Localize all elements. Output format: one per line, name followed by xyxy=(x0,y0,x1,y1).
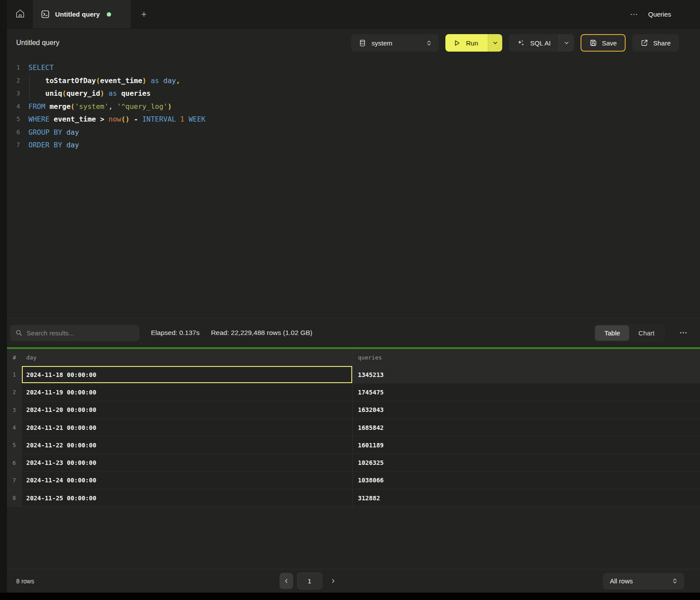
results-more-icon[interactable] xyxy=(676,328,690,337)
row-index-cell[interactable]: 6 xyxy=(7,454,22,471)
sql-editor[interactable]: 1SELECT2 toStartOfDay(event_time) as day… xyxy=(7,57,700,318)
chevron-down-icon xyxy=(564,40,570,46)
run-button[interactable]: Run xyxy=(445,34,488,52)
table-row[interactable]: 52024-11-22 00:00:001601189 xyxy=(7,436,700,454)
row-index-cell[interactable]: 7 xyxy=(7,472,22,489)
row-index-cell[interactable]: 5 xyxy=(7,436,22,453)
chevron-up-down-icon xyxy=(426,40,432,46)
window-left-rail xyxy=(0,0,7,593)
query-title: Untitled query xyxy=(16,39,60,47)
code-line[interactable]: 2 toStartOfDay(event_time) as day, xyxy=(7,74,700,87)
home-icon xyxy=(15,9,25,20)
day-cell[interactable]: 2024-11-23 00:00:00 xyxy=(22,454,353,471)
queries-cell[interactable]: 1038066 xyxy=(353,472,700,489)
database-select[interactable]: system xyxy=(351,34,439,52)
day-cell[interactable]: 2024-11-25 00:00:00 xyxy=(22,489,353,506)
sql-ai-options-button[interactable] xyxy=(559,34,574,52)
code-line[interactable]: 1SELECT xyxy=(7,61,700,74)
page-size-value: All rows xyxy=(610,577,672,585)
next-page-button[interactable] xyxy=(326,573,340,589)
code-text: GROUP BY day xyxy=(20,126,79,139)
save-button[interactable]: Save xyxy=(581,34,626,52)
database-select-value: system xyxy=(371,39,420,47)
tab-label: Untitled query xyxy=(55,10,100,18)
queries-cell[interactable]: 1632043 xyxy=(353,401,700,419)
table-body: 12024-11-18 00:00:00134521322024-11-19 0… xyxy=(7,366,700,507)
code-text: FROM merge('system', '^query_log') xyxy=(20,100,172,113)
new-tab-button[interactable]: + xyxy=(131,0,157,28)
code-line[interactable]: 5WHERE event_time > now() - INTERVAL 1 W… xyxy=(7,113,700,126)
queries-cell[interactable]: 1345213 xyxy=(353,366,700,383)
queries-cell[interactable]: 1026325 xyxy=(353,454,700,471)
column-header-day[interactable]: day xyxy=(22,349,353,366)
code-line[interactable]: 6GROUP BY day xyxy=(7,126,700,139)
home-button[interactable] xyxy=(7,0,33,28)
results-table: # day queries 12024-11-18 00:00:00134521… xyxy=(7,349,700,507)
code-text: SELECT xyxy=(20,61,54,74)
results-search-input[interactable] xyxy=(27,329,134,337)
row-index-cell[interactable]: 8 xyxy=(7,489,22,506)
queries-cell[interactable]: 312882 xyxy=(353,489,700,506)
share-icon xyxy=(640,39,648,47)
day-cell[interactable]: 2024-11-20 00:00:00 xyxy=(22,401,353,419)
day-cell[interactable]: 2024-11-21 00:00:00 xyxy=(22,419,353,436)
code-line[interactable]: 7ORDER BY day xyxy=(7,139,700,152)
table-row[interactable]: 42024-11-21 00:00:001685842 xyxy=(7,419,700,436)
sparkles-icon xyxy=(517,39,525,47)
sql-ai-button[interactable]: SQL AI xyxy=(509,34,559,52)
table-row[interactable]: 72024-11-24 00:00:001038066 xyxy=(7,472,700,489)
page-size-select[interactable]: All rows xyxy=(603,573,684,590)
queries-cell[interactable]: 1745475 xyxy=(353,384,700,401)
day-cell[interactable]: 2024-11-24 00:00:00 xyxy=(22,472,353,489)
line-number: 5 xyxy=(7,113,20,126)
row-index-cell[interactable]: 4 xyxy=(7,419,22,436)
current-page-button[interactable]: 1 xyxy=(297,572,322,590)
play-icon xyxy=(453,39,461,47)
tab-table[interactable]: Table xyxy=(595,325,629,341)
query-tab[interactable]: Untitled query xyxy=(33,0,131,28)
pagination: 1 xyxy=(112,572,507,590)
share-button[interactable]: Share xyxy=(632,34,679,52)
prev-page-button[interactable] xyxy=(280,573,293,589)
share-label: Share xyxy=(653,39,671,47)
day-cell[interactable]: 2024-11-22 00:00:00 xyxy=(22,436,353,453)
column-header-index: # xyxy=(7,349,22,366)
row-index-cell[interactable]: 1 xyxy=(7,366,22,383)
run-button-group: Run xyxy=(445,34,502,52)
view-toggle: Table Chart xyxy=(594,324,665,342)
chevron-left-icon xyxy=(284,578,289,584)
day-cell[interactable]: 2024-11-19 00:00:00 xyxy=(22,384,353,401)
tab-bar-right: Queries xyxy=(630,0,700,28)
day-cell[interactable]: 2024-11-18 00:00:00 xyxy=(22,366,353,383)
line-number: 6 xyxy=(7,126,20,139)
chevron-up-down-icon xyxy=(672,578,678,584)
row-index-cell[interactable]: 3 xyxy=(7,401,22,419)
table-row[interactable]: 32024-11-20 00:00:001632043 xyxy=(7,401,700,419)
terminal-icon xyxy=(41,10,50,19)
run-options-button[interactable] xyxy=(488,34,502,52)
queries-cell[interactable]: 1685842 xyxy=(353,419,700,436)
table-row[interactable]: 62024-11-23 00:00:001026325 xyxy=(7,454,700,471)
table-row[interactable]: 12024-11-18 00:00:001345213 xyxy=(7,366,700,384)
floppy-icon xyxy=(589,39,597,47)
queries-cell[interactable]: 1601189 xyxy=(353,436,700,453)
row-count: 8 rows xyxy=(16,578,112,585)
line-number: 7 xyxy=(7,139,20,152)
table-header: # day queries xyxy=(7,349,700,366)
table-row[interactable]: 82024-11-25 00:00:00312882 xyxy=(7,489,700,507)
row-index-cell[interactable]: 2 xyxy=(7,384,22,401)
more-menu-icon[interactable] xyxy=(630,10,638,19)
results-toolbar: Elapsed: 0.137s Read: 22,229,488 rows (1… xyxy=(7,318,700,347)
elapsed-stat: Elapsed: 0.137s xyxy=(151,329,200,337)
tab-bar: Untitled query + Queries xyxy=(7,0,700,29)
results-search[interactable] xyxy=(10,325,140,341)
code-line[interactable]: 4FROM merge('system', '^query_log') xyxy=(7,100,700,113)
column-header-queries[interactable]: queries xyxy=(353,349,700,366)
line-number: 3 xyxy=(7,87,20,100)
tab-chart[interactable]: Chart xyxy=(629,325,664,341)
query-actions: system Run xyxy=(351,34,679,52)
queries-link[interactable]: Queries xyxy=(648,10,671,18)
run-label: Run xyxy=(466,39,478,47)
code-line[interactable]: 3 uniq(query_id) as queries xyxy=(7,87,700,100)
table-row[interactable]: 22024-11-19 00:00:001745475 xyxy=(7,384,700,401)
